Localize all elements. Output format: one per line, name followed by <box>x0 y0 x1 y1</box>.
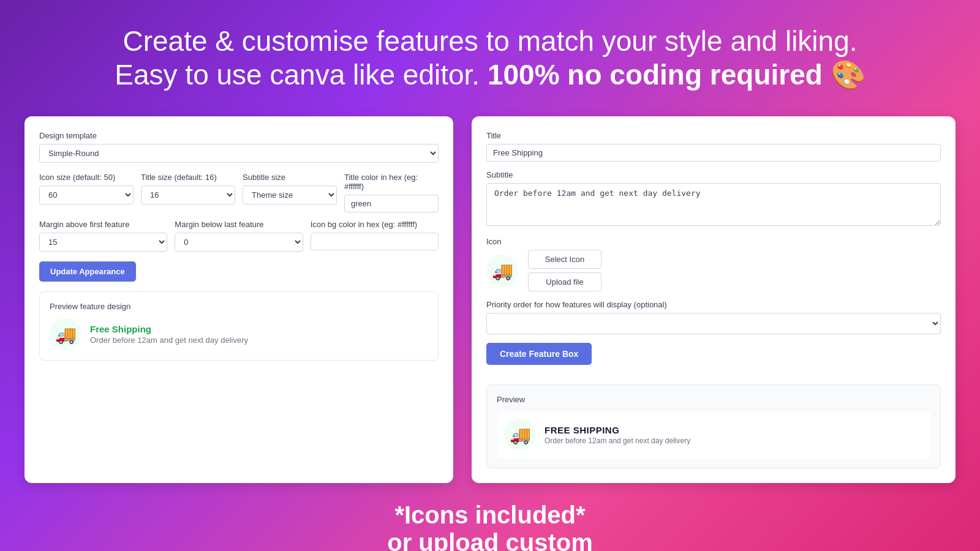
bottom-text: *Icons included* or upload custom <box>0 483 980 551</box>
subtitle-textarea[interactable]: Order before 12am and get next day deliv… <box>486 183 941 226</box>
priority-label: Priority order for how features will dis… <box>486 300 941 309</box>
subtitle-size-group: Subtitle size Theme size 12 <box>243 173 337 212</box>
truck-icon-preview-box: 🚚 <box>510 425 531 445</box>
title-size-label: Title size (default: 16) <box>141 173 235 182</box>
panels-container: Design template Simple-Round Round Simpl… <box>0 116 980 483</box>
create-button-container: Create Feature Box <box>486 343 941 375</box>
icon-size-label: Icon size (default: 50) <box>39 173 134 182</box>
header-line2-bold: 100% no coding required <box>488 59 823 91</box>
header-line2-normal: Easy to use canva like editor. <box>115 59 480 91</box>
preview-box-title: FREE SHIPPING <box>545 425 690 435</box>
preview-box-item: 🚚 FREE SHIPPING Order before 12am and ge… <box>497 411 930 458</box>
priority-select[interactable]: 1 2 <box>486 313 941 334</box>
header-line1: Create & customise features to match you… <box>61 24 919 58</box>
icon-section-right: Icon 🚚 Select Icon Upload file <box>486 237 941 291</box>
icon-size-group: Icon size (default: 50) 60 50 <box>39 173 134 212</box>
preview-title: Free Shipping <box>90 324 248 334</box>
title-color-group: Title color in hex (eg: #ffffff) <box>344 173 439 212</box>
bottom-line1: *Icons included* <box>0 501 980 529</box>
truck-icon-right: 🚚 <box>492 261 513 281</box>
preview-subtitle: Order before 12am and get next day deliv… <box>90 335 248 345</box>
header-line2: Easy to use canva like editor. 100% no c… <box>61 58 919 92</box>
title-color-input[interactable] <box>344 195 439 212</box>
design-template-label: Design template <box>39 131 439 140</box>
title-label: Title <box>486 131 941 140</box>
title-input[interactable] <box>486 144 941 162</box>
subtitle-size-label: Subtitle size <box>243 173 337 182</box>
icon-action-buttons: Select Icon Upload file <box>528 250 601 291</box>
icon-bg-label: Icon bg color in hex (eg: #ffffff) <box>311 220 439 229</box>
title-size-group: Title size (default: 16) 16 14 <box>141 173 235 212</box>
title-color-label: Title color in hex (eg: #ffffff) <box>344 173 439 191</box>
margin-below-group: Margin below last feature 0 15 <box>175 220 303 252</box>
upload-file-button[interactable]: Upload file <box>528 272 601 291</box>
icon-preview-right: 🚚 <box>486 255 518 287</box>
design-template-select[interactable]: Simple-Round Round Simple Simple Modern <box>39 144 439 163</box>
header-section: Create & customise features to match you… <box>0 0 980 110</box>
margin-below-label: Margin below last feature <box>175 220 303 229</box>
icon-bg-group: Icon bg color in hex (eg: #ffffff) <box>311 220 439 252</box>
select-icon-button[interactable]: Select Icon <box>528 250 601 269</box>
icon-bg-input[interactable] <box>311 233 439 250</box>
icon-label: Icon <box>486 237 941 246</box>
preview-box-label: Preview <box>497 395 930 404</box>
preview-feature-label: Preview feature design <box>50 302 428 311</box>
right-panel: Title Subtitle Order before 12am and get… <box>472 116 956 483</box>
subtitle-label: Subtitle <box>486 170 941 179</box>
margin-below-select[interactable]: 0 15 <box>175 233 303 252</box>
preview-box: Preview 🚚 FREE SHIPPING Order before 12a… <box>486 384 941 468</box>
header-emoji: 🎨 <box>831 59 865 91</box>
preview-text: Free Shipping Order before 12am and get … <box>90 324 248 345</box>
preview-box-icon: 🚚 <box>504 419 536 451</box>
preview-box-subtitle: Order before 12am and get next day deliv… <box>545 437 690 445</box>
preview-box-text: FREE SHIPPING Order before 12am and get … <box>545 425 690 445</box>
subtitle-section: Subtitle Order before 12am and get next … <box>486 170 941 228</box>
title-size-select[interactable]: 16 14 <box>141 186 235 204</box>
form-grid-top: Icon size (default: 50) 60 50 Title size… <box>39 173 439 212</box>
title-section: Title <box>486 131 941 162</box>
design-template-section: Design template Simple-Round Round Simpl… <box>39 131 439 163</box>
icon-controls: 🚚 Select Icon Upload file <box>486 250 941 291</box>
margin-above-label: Margin above first feature <box>39 220 167 229</box>
update-appearance-button[interactable]: Update Appearance <box>39 261 136 282</box>
subtitle-size-select[interactable]: Theme size 12 <box>243 186 337 204</box>
preview-feature-design: Preview feature design 🚚 Free Shipping O… <box>39 291 439 361</box>
margin-above-group: Margin above first feature 15 0 <box>39 220 167 252</box>
preview-icon: 🚚 <box>50 318 81 350</box>
left-panel: Design template Simple-Round Round Simpl… <box>24 116 453 483</box>
truck-icon: 🚚 <box>55 324 77 345</box>
priority-section: Priority order for how features will dis… <box>486 300 941 334</box>
create-feature-box-button[interactable]: Create Feature Box <box>486 343 592 365</box>
bottom-line2: or upload custom <box>0 529 980 551</box>
form-grid-bottom: Margin above first feature 15 0 Margin b… <box>39 220 439 252</box>
margin-above-select[interactable]: 15 0 <box>39 233 167 252</box>
icon-size-select[interactable]: 60 50 <box>39 186 134 204</box>
preview-item: 🚚 Free Shipping Order before 12am and ge… <box>50 318 428 350</box>
